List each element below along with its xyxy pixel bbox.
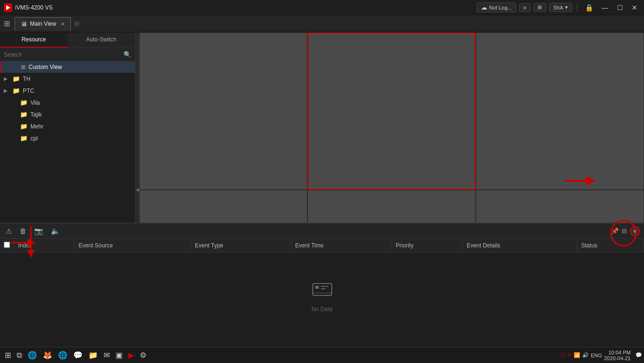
svg-rect-2: [315, 286, 319, 289]
taskbar: ⊞ ⧉ 🌐 🦊 🌐 💬 📁 ✉ ▣ ▶ ⚙ 🛡 ✕ 📶 🔊 ENG 10:04 …: [0, 347, 644, 363]
alarm-icon[interactable]: ⚠: [4, 226, 14, 236]
title-bar: iVMS-4200 VS ☁ Not Log... ≡ ⊞ ShA ▾ 🔒 — …: [0, 0, 644, 15]
start-button[interactable]: ⊞: [2, 350, 14, 361]
video-cell-3[interactable]: [476, 32, 644, 190]
mail-icon[interactable]: ✉: [101, 350, 113, 361]
maximize-button[interactable]: ☐: [614, 4, 626, 11]
taskbar-clock: 10:04 PM 2020-04-21: [604, 350, 631, 361]
lock-button[interactable]: 🔒: [582, 4, 596, 11]
taskbar-system-tray: 🛡 ✕ 📶 🔊 ENG 10:04 PM 2020-04-21 💬: [560, 350, 642, 361]
snapshot-icon[interactable]: 📷: [32, 226, 45, 236]
bottom-panel: ⚠ 🗑 📷 🔈 📌 ⊟ ▾ Index Event Source Event T…: [0, 223, 644, 347]
tree-item-label: TH: [23, 76, 30, 82]
file-manager-icon[interactable]: 📁: [86, 350, 101, 361]
tree-item-th[interactable]: ▶ 📁 TH: [0, 73, 135, 85]
search-bar: 🔍: [0, 48, 135, 61]
network-icon: 📶: [574, 352, 580, 358]
minimize-button[interactable]: —: [599, 4, 611, 11]
sidebar-tab-autoswitch[interactable]: Auto-Switch: [67, 32, 135, 48]
video-cell-1[interactable]: [139, 32, 308, 190]
tree-item-label: cpl: [30, 135, 38, 142]
user-button[interactable]: ShA ▾: [549, 3, 572, 12]
monitor-button[interactable]: ⊞: [533, 3, 546, 12]
col-event-source[interactable]: Event Source: [75, 239, 191, 253]
lang-label[interactable]: ENG: [591, 353, 602, 358]
folder-icon: 📁: [12, 87, 20, 94]
notification-icon[interactable]: 💬: [635, 352, 642, 358]
tab-close-icon[interactable]: ✕: [61, 21, 65, 27]
sidebar-tab-resource[interactable]: Resource: [0, 32, 67, 48]
svg-rect-4: [321, 288, 326, 289]
skype-icon[interactable]: 💬: [70, 350, 86, 361]
col-index[interactable]: Index: [14, 239, 75, 253]
sidebar-tabs: Resource Auto-Switch: [0, 32, 135, 48]
col-event-time[interactable]: Event Time: [291, 239, 392, 253]
tab-monitor-icon: 🖥: [21, 20, 27, 28]
select-all-checkbox[interactable]: [4, 242, 10, 248]
col-priority[interactable]: Priority: [392, 239, 462, 253]
tree-item-vila[interactable]: 📁 Vila: [0, 97, 135, 108]
toolbar-right: 📌 ⊟ ▾: [611, 226, 640, 236]
no-data-label: No Data: [311, 306, 332, 313]
tree-item-ptc[interactable]: ▶ 📁 PTC: [0, 85, 135, 97]
task-view-button[interactable]: ⧉: [14, 350, 25, 361]
delete-icon[interactable]: 🗑: [18, 226, 29, 236]
list-view-button[interactable]: ≡: [519, 3, 530, 12]
separator: [577, 4, 577, 11]
close-button[interactable]: ✕: [629, 4, 640, 11]
collapse-arrow-icon: ◀: [135, 187, 139, 192]
settings-icon[interactable]: ⚙: [137, 350, 149, 361]
not-logged-button[interactable]: ☁ Not Log...: [477, 2, 516, 12]
dropdown-arrow-icon[interactable]: ▾: [630, 226, 640, 236]
col-event-details[interactable]: Event Details: [462, 239, 577, 253]
folder-icon: 📁: [20, 99, 28, 106]
tree-item-cpl[interactable]: 📁 cpl: [0, 132, 135, 144]
add-tab-button[interactable]: ⊕: [74, 19, 80, 28]
terminal-icon[interactable]: ▣: [113, 350, 125, 361]
main-view-tab[interactable]: 🖥 Main View ✕: [15, 17, 71, 30]
tree-item-label: Mehr: [30, 123, 43, 130]
expand-icon: ▶: [4, 76, 10, 81]
chrome-icon[interactable]: 🌐: [55, 350, 70, 361]
grid-layout-icon[interactable]: ⊞: [4, 19, 10, 28]
volume-icon: 🔊: [582, 352, 589, 358]
antivirus-icon: 🛡: [560, 353, 566, 358]
col-status[interactable]: Status: [577, 239, 644, 253]
folder-icon: 📁: [12, 75, 20, 82]
folder-icon: 📁: [20, 111, 28, 118]
tree-item-label: Custom View: [29, 64, 62, 70]
svg-rect-1: [313, 284, 332, 295]
tab-bar: ⊞ 🖥 Main View ✕ ⊕: [0, 15, 644, 32]
bottom-toolbar: ⚠ 🗑 📷 🔈 📌 ⊟ ▾: [0, 224, 644, 239]
no-data-icon: [310, 279, 334, 302]
ie-icon[interactable]: 🌐: [25, 350, 40, 361]
event-table: Index Event Source Event Type Event Time…: [0, 239, 644, 253]
col-checkbox[interactable]: [0, 239, 14, 253]
app-title: iVMS-4200 VS: [15, 4, 477, 11]
folder-icon: 📁: [20, 123, 28, 130]
title-controls: ☁ Not Log... ≡ ⊞ ShA ▾ 🔒 — ☐ ✕: [477, 2, 640, 12]
folder-icon: 📁: [20, 135, 28, 142]
tree-item-tajik[interactable]: 📁 Tajik: [0, 108, 135, 120]
audio-icon[interactable]: 🔈: [49, 226, 62, 236]
expand-icon: ▶: [4, 88, 10, 93]
stream-icon[interactable]: ▶: [125, 350, 137, 361]
tree-item-label: Tajik: [30, 111, 42, 118]
svg-marker-0: [6, 5, 10, 10]
view-icon: ⊞: [21, 64, 26, 70]
tree-item-label: Vila: [30, 99, 40, 106]
svg-rect-3: [321, 286, 328, 287]
video-cell-2[interactable]: [308, 32, 476, 190]
search-input[interactable]: [4, 51, 124, 58]
no-data-container: No Data: [0, 253, 644, 338]
firefox-icon[interactable]: 🦊: [40, 350, 55, 361]
tree-item-mehr[interactable]: 📁 Mehr: [0, 120, 135, 132]
pin-icon[interactable]: 📌: [611, 227, 619, 235]
expand-panel-icon[interactable]: ⊟: [622, 227, 627, 235]
antivirus2-icon: ✕: [567, 352, 572, 358]
col-event-type[interactable]: Event Type: [191, 239, 291, 253]
clock-date: 2020-04-21: [604, 355, 631, 361]
clock-time: 10:04 PM: [604, 350, 631, 355]
tree-item-custom-view[interactable]: ⊞ Custom View: [0, 61, 135, 73]
search-icon: 🔍: [124, 51, 131, 58]
